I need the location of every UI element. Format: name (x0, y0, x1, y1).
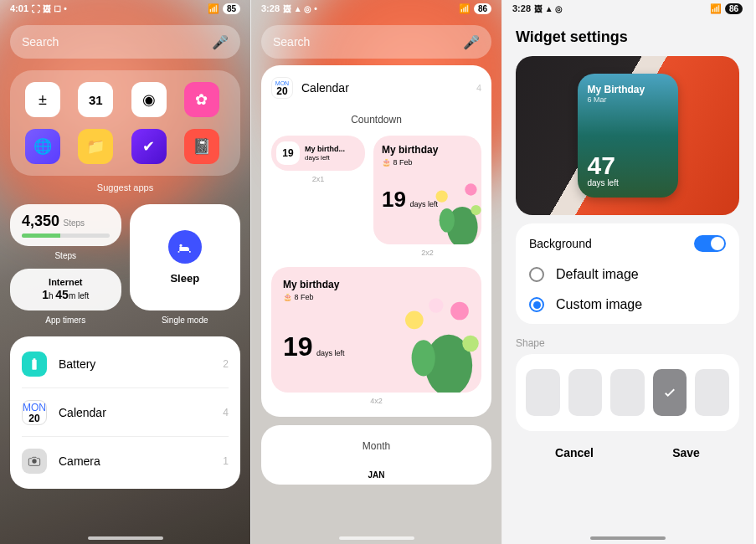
widget-preview: My Birthday 6 Mar 47 days left (578, 74, 678, 198)
battery-icon (22, 352, 47, 377)
search-bar[interactable]: Search 🎤 (261, 25, 491, 59)
battery-badge: 85 (223, 3, 240, 14)
steps-value: 4,350 (22, 213, 59, 229)
svg-point-9 (450, 302, 469, 321)
phone-widgets-home: 4:01 ⛶ 🖼 ⬚ • 📶 85 Search 🎤 ± 31 ◉ ✿ 🌐 📁 … (0, 0, 251, 544)
radio-custom-image[interactable]: Custom image (529, 297, 726, 312)
widget-app-list: Battery 2 MON20 Calendar 4 Camera 1 (10, 336, 240, 489)
list-item-battery[interactable]: Battery 2 (22, 340, 229, 388)
shape-option-5[interactable] (695, 369, 729, 416)
status-time: 3:28 (261, 3, 280, 13)
gallery-app-icon[interactable]: ✿ (184, 82, 219, 117)
save-button[interactable]: Save (672, 446, 700, 459)
month-widget-card[interactable]: Month JAN (261, 425, 491, 485)
steps-widget-label: Steps (10, 251, 121, 260)
status-time: 3:28 (512, 3, 531, 13)
status-bar: 3:28 🖼 ▲ ◎ 📶 86 (502, 0, 753, 17)
sleep-widget[interactable]: Sleep (130, 204, 241, 310)
radio-icon (529, 267, 544, 282)
svg-point-7 (412, 340, 435, 376)
shape-option-1[interactable] (526, 369, 560, 416)
camera-icon (22, 449, 47, 474)
search-placeholder: Search (22, 35, 212, 49)
shape-selector (516, 354, 739, 431)
browser-app-icon[interactable]: 🌐 (25, 129, 60, 164)
phone-widget-settings: 3:28 🖼 ▲ ◎ 📶 86 Widget settings My Birth… (502, 0, 753, 544)
home-indicator[interactable] (339, 536, 414, 540)
single-mode-label: Single mode (130, 316, 241, 325)
suggest-apps-folder[interactable]: ± 31 ◉ ✿ 🌐 📁 ✔ 📓 (10, 70, 240, 176)
svg-point-5 (471, 205, 481, 215)
svg-point-2 (440, 208, 455, 233)
phone-calendar-widgets: 3:28 🖼 ▲ ◎ • 📶 86 Search 🎤 MON20 Calenda… (251, 0, 502, 544)
svg-point-10 (462, 336, 479, 352)
mic-icon[interactable]: 🎤 (212, 34, 229, 50)
svg-point-0 (32, 459, 36, 463)
size-label: 2x1 (271, 175, 365, 183)
calendar-widget-card: MON20 Calendar 4 Countdown 19 My birthd.… (261, 65, 491, 417)
status-bar: 3:28 🖼 ▲ ◎ • 📶 86 (251, 0, 501, 17)
size-label: 2x2 (373, 249, 481, 257)
calendar-icon: MON20 (22, 400, 47, 425)
files-app-icon[interactable]: 📁 (78, 129, 113, 164)
battery-badge: 86 (474, 3, 491, 14)
list-item-camera[interactable]: Camera 1 (22, 437, 229, 485)
svg-point-4 (465, 183, 476, 195)
status-bar: 4:01 ⛶ 🖼 ⬚ • 📶 85 (0, 0, 250, 17)
todo-app-icon[interactable]: ✔ (131, 129, 167, 164)
background-setting-card: Background Default image Custom image (516, 223, 739, 324)
calculator-app-icon[interactable]: ± (25, 82, 60, 117)
day-pill: 19 (276, 141, 300, 165)
folder-label: Suggest apps (10, 182, 240, 192)
bed-icon (168, 230, 202, 264)
shape-option-4-selected[interactable] (653, 369, 687, 416)
notes-app-icon[interactable]: 📓 (184, 129, 219, 164)
page-title: Widget settings (516, 28, 739, 46)
status-time: 4:01 (10, 3, 28, 13)
background-toggle[interactable] (694, 235, 726, 252)
countdown-widget-4x2[interactable]: My birthday 🎂 8 Feb 19 days left (271, 267, 481, 393)
home-indicator[interactable] (590, 536, 666, 540)
signal-icon: 📶 (208, 3, 219, 14)
svg-point-11 (429, 298, 443, 312)
steps-widget[interactable]: 4,350 Steps (10, 204, 121, 246)
signal-icon: 📶 (710, 3, 722, 14)
background-label: Background (529, 237, 592, 250)
internet-widget[interactable]: Internet 1h 45m left (10, 269, 121, 310)
steps-progress (22, 234, 110, 238)
size-label: 4x2 (271, 397, 481, 405)
signal-icon: 📶 (459, 3, 471, 14)
widget-preview-area: My Birthday 6 Mar 47 days left (516, 56, 739, 215)
home-indicator[interactable] (88, 536, 163, 540)
section-countdown: Countdown (271, 114, 481, 126)
search-bar[interactable]: Search 🎤 (10, 25, 240, 59)
status-left-icons: ⛶ 🖼 ⬚ • (32, 4, 67, 13)
widget-count: 4 (476, 83, 481, 93)
countdown-widget-2x1[interactable]: 19 My birthd... days left (271, 136, 365, 171)
battery-badge: 86 (725, 3, 743, 14)
calendar-app-icon[interactable]: 31 (78, 82, 113, 117)
sleep-text: Sleep (170, 272, 199, 285)
internet-title: Internet (22, 277, 110, 287)
mic-icon[interactable]: 🎤 (463, 34, 480, 50)
app-timers-label: App timers (10, 316, 121, 325)
radio-icon-selected (529, 297, 544, 312)
steps-unit: Steps (64, 218, 85, 228)
svg-point-8 (405, 311, 424, 330)
countdown-widget-2x2[interactable]: My birthday 🎂 8 Feb 19 days left (373, 136, 481, 244)
shape-option-3[interactable] (610, 369, 645, 416)
shape-option-2[interactable] (568, 369, 603, 416)
cancel-button[interactable]: Cancel (555, 446, 594, 459)
radio-default-image[interactable]: Default image (529, 267, 726, 282)
shape-section-label: Shape (516, 337, 739, 349)
calendar-icon: MON20 (271, 77, 293, 99)
camera-app-icon[interactable]: ◉ (131, 82, 167, 117)
card-title: Calendar (301, 81, 468, 95)
svg-point-3 (436, 191, 448, 203)
list-item-calendar[interactable]: MON20 Calendar 4 (22, 388, 229, 437)
